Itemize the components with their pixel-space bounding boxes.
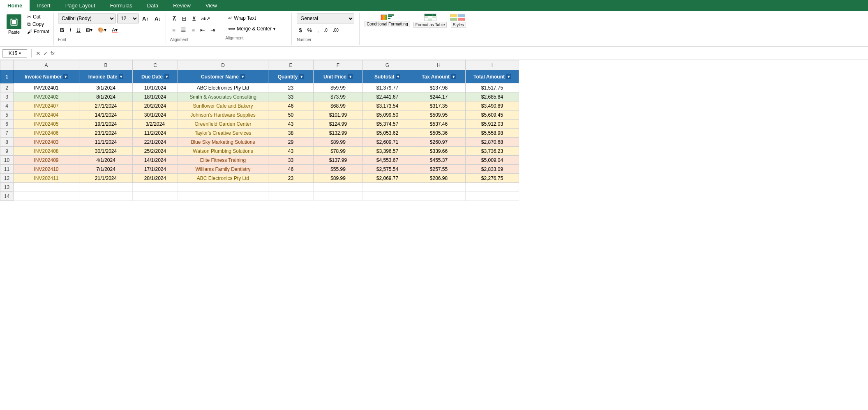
col-header-a[interactable]: A <box>14 60 79 70</box>
list-item[interactable]: $5,053.62 <box>363 129 412 138</box>
list-item[interactable]: INV202404 <box>14 111 79 120</box>
header-total-amount[interactable]: Total Amount ▾ <box>466 70 519 83</box>
cut-button[interactable]: ✂ Cut <box>26 14 50 20</box>
list-item[interactable]: 33 <box>268 92 314 101</box>
font-size-select[interactable]: 12 <box>117 14 139 23</box>
list-item[interactable]: $2,575.54 <box>363 165 412 174</box>
list-item[interactable]: 14/1/2024 <box>133 156 178 165</box>
list-item[interactable]: $101.99 <box>314 111 363 120</box>
list-item[interactable]: INV202405 <box>14 120 79 129</box>
list-item[interactable]: $2,441.67 <box>363 92 412 101</box>
format-button[interactable]: 🖌 Format <box>26 28 50 35</box>
list-item[interactable]: 22/1/2024 <box>133 138 178 147</box>
filter-subtotal[interactable]: ▾ <box>396 74 400 79</box>
list-item[interactable]: Williams Family Dentistry <box>178 165 268 174</box>
italic-button[interactable]: I <box>67 25 73 35</box>
filter-total-amount[interactable]: ▾ <box>506 74 511 79</box>
list-item[interactable]: 11/2/2024 <box>133 129 178 138</box>
empty-cell[interactable] <box>178 183 268 192</box>
conditional-formatting-button[interactable]: Conditional Formatting <box>365 21 410 27</box>
list-item[interactable]: 19/1/2024 <box>79 120 133 129</box>
list-item[interactable]: Johnson's Hardware Supplies <box>178 111 268 120</box>
list-item[interactable]: 29 <box>268 138 314 147</box>
align-left-button[interactable]: ≡ <box>170 25 178 35</box>
list-item[interactable]: Blue Sky Marketing Solutions <box>178 138 268 147</box>
list-item[interactable]: INV202410 <box>14 165 79 174</box>
list-item[interactable]: $1,517.75 <box>466 83 519 92</box>
list-item[interactable]: 20/2/2024 <box>133 101 178 111</box>
cell-reference-box[interactable]: K15 ▾ <box>2 49 27 58</box>
col-header-e[interactable]: E <box>268 60 314 70</box>
header-unit-price[interactable]: Unit Price ▾ <box>314 70 363 83</box>
formula-input[interactable] <box>63 49 866 57</box>
list-item[interactable]: 28/1/2024 <box>133 174 178 183</box>
cell-ref-dropdown[interactable]: ▾ <box>19 51 21 55</box>
list-item[interactable]: $2,870.68 <box>466 138 519 147</box>
border-button[interactable]: ⊞▾ <box>84 25 95 35</box>
list-item[interactable]: $3,173.54 <box>363 101 412 111</box>
list-item[interactable]: 38 <box>268 129 314 138</box>
align-right-button[interactable]: ≡ <box>189 25 197 35</box>
empty-cell[interactable] <box>79 183 133 192</box>
align-top-button[interactable]: ⊼ <box>170 14 178 23</box>
list-item[interactable]: $455.37 <box>412 156 466 165</box>
list-item[interactable]: Elite Fitness Training <box>178 156 268 165</box>
confirm-formula-icon[interactable]: ✓ <box>43 50 48 57</box>
list-item[interactable]: $257.55 <box>412 165 466 174</box>
empty-cell[interactable] <box>314 183 363 192</box>
align-center-button[interactable]: ☰ <box>179 25 188 35</box>
list-item[interactable]: $2,609.71 <box>363 138 412 147</box>
list-item[interactable]: $78.99 <box>314 147 363 156</box>
percent-button[interactable]: % <box>305 25 314 35</box>
empty-cell[interactable] <box>412 183 466 192</box>
list-item[interactable]: INV202407 <box>14 101 79 111</box>
empty-cell[interactable] <box>466 192 519 201</box>
list-item[interactable]: 30/1/2024 <box>79 147 133 156</box>
list-item[interactable]: INV202402 <box>14 92 79 101</box>
list-item[interactable]: 50 <box>268 111 314 120</box>
decrease-font-button[interactable]: A↓ <box>152 14 163 23</box>
filter-due-date[interactable]: ▾ <box>164 74 169 79</box>
list-item[interactable]: $206.98 <box>412 174 466 183</box>
header-invoice-date[interactable]: Invoice Date ▾ <box>79 70 133 83</box>
list-item[interactable]: ABC Electronics Pty Ltd <box>178 83 268 92</box>
list-item[interactable]: $2,685.84 <box>466 92 519 101</box>
list-item[interactable]: 10/1/2024 <box>133 83 178 92</box>
tab-insert[interactable]: Insert <box>30 0 58 11</box>
list-item[interactable]: 7/1/2024 <box>79 165 133 174</box>
list-item[interactable]: $339.66 <box>412 147 466 156</box>
list-item[interactable]: 8/1/2024 <box>79 92 133 101</box>
header-invoice-number[interactable]: Invoice Number ▾ <box>14 70 79 83</box>
list-item[interactable]: INV202401 <box>14 83 79 92</box>
decrease-decimal-button[interactable]: .0 <box>322 25 330 35</box>
list-item[interactable]: $137.99 <box>314 156 363 165</box>
empty-cell[interactable] <box>14 183 79 192</box>
empty-cell[interactable] <box>14 192 79 201</box>
list-item[interactable]: $3,736.23 <box>466 147 519 156</box>
list-item[interactable]: $505.36 <box>412 129 466 138</box>
col-header-b[interactable]: B <box>79 60 133 70</box>
empty-cell[interactable] <box>268 183 314 192</box>
bold-button[interactable]: B <box>58 25 66 35</box>
empty-cell[interactable] <box>314 192 363 201</box>
list-item[interactable]: INV202408 <box>14 147 79 156</box>
list-item[interactable]: $5,009.04 <box>466 156 519 165</box>
list-item[interactable]: $3,490.89 <box>466 101 519 111</box>
tab-data[interactable]: Data <box>140 0 166 11</box>
filter-invoice-number[interactable]: ▾ <box>63 74 68 79</box>
empty-cell[interactable] <box>133 192 178 201</box>
list-item[interactable]: $537.46 <box>412 120 466 129</box>
filter-tax-amount[interactable]: ▾ <box>451 74 456 79</box>
list-item[interactable]: 46 <box>268 101 314 111</box>
list-item[interactable]: Watson Plumbing Solutions <box>178 147 268 156</box>
list-item[interactable]: $4,553.67 <box>363 156 412 165</box>
cell-styles-button[interactable]: Styles <box>451 22 466 28</box>
list-item[interactable]: INV202411 <box>14 174 79 183</box>
list-item[interactable]: Taylor's Creative Services <box>178 129 268 138</box>
header-quantity[interactable]: Quantity ▾ <box>268 70 314 83</box>
list-item[interactable]: 4/1/2024 <box>79 156 133 165</box>
empty-cell[interactable] <box>363 192 412 201</box>
col-header-i[interactable]: I <box>466 60 519 70</box>
col-header-g[interactable]: G <box>363 60 412 70</box>
list-item[interactable]: $5,912.03 <box>466 120 519 129</box>
